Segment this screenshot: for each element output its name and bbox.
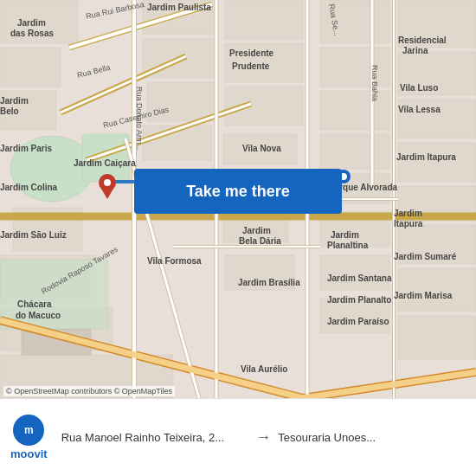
footer-to-value[interactable]: Tesouraria Unoes... bbox=[278, 431, 466, 444]
svg-text:Jardim São Luiz: Jardim São Luiz bbox=[0, 230, 67, 240]
svg-text:Jardim: Jardim bbox=[242, 226, 271, 235]
svg-text:Residencial: Residencial bbox=[398, 35, 447, 45]
svg-rect-37 bbox=[398, 316, 476, 359]
footer-to: Tesouraria Unoes... bbox=[278, 431, 466, 444]
footer: m moovit Rua Manoel Rainho Teixeira, 2..… bbox=[0, 398, 476, 476]
moovit-logo-icon: m bbox=[13, 415, 44, 446]
svg-text:Vila Formosa: Vila Formosa bbox=[147, 256, 202, 266]
footer-from-value[interactable]: Rua Manoel Rainho Teixeira, 2... bbox=[61, 431, 249, 444]
svg-rect-15 bbox=[225, 0, 303, 39]
svg-point-110 bbox=[104, 179, 111, 186]
svg-text:Jarina: Jarina bbox=[402, 46, 428, 55]
map: Rua Rui Barbosa Rua Bella Rua Casemiro D… bbox=[0, 0, 476, 398]
map-attribution: © OpenStreetMap contributors © OpenMapTi… bbox=[3, 386, 175, 396]
svg-text:das Rosas: das Rosas bbox=[10, 29, 54, 38]
take-me-there-button[interactable]: Take me there bbox=[134, 169, 342, 214]
svg-text:Jardim Caiçara: Jardim Caiçara bbox=[74, 158, 136, 168]
svg-text:Jardim: Jardim bbox=[0, 96, 29, 106]
svg-text:Jardim Brasília: Jardim Brasília bbox=[238, 278, 300, 287]
footer-arrow: → bbox=[255, 428, 271, 447]
svg-text:Jardim: Jardim bbox=[394, 209, 422, 218]
moovit-logo: m moovit bbox=[10, 415, 48, 460]
svg-text:Jardim Sumaré: Jardim Sumaré bbox=[394, 252, 457, 261]
svg-text:Chácara: Chácara bbox=[17, 299, 52, 309]
svg-text:Belo: Belo bbox=[0, 106, 19, 116]
svg-text:Rua Bahia: Rua Bahia bbox=[370, 65, 379, 101]
footer-from: Rua Manoel Rainho Teixeira, 2... bbox=[61, 431, 249, 444]
svg-text:Itapura: Itapura bbox=[394, 219, 423, 228]
svg-text:Jardim Marisa: Jardim Marisa bbox=[394, 291, 453, 300]
svg-rect-25 bbox=[320, 134, 389, 169]
svg-rect-33 bbox=[398, 143, 476, 182]
svg-text:Jardim Paris: Jardim Paris bbox=[0, 144, 52, 153]
svg-text:Prudente: Prudente bbox=[232, 61, 270, 71]
svg-text:Vila Nova: Vila Nova bbox=[242, 144, 281, 153]
svg-text:Vila Luso: Vila Luso bbox=[400, 83, 438, 93]
origin-pin bbox=[98, 173, 117, 203]
svg-rect-4 bbox=[0, 48, 61, 87]
svg-rect-28 bbox=[320, 255, 389, 290]
svg-rect-36 bbox=[398, 268, 476, 312]
svg-text:Bela Dária: Bela Dária bbox=[239, 236, 281, 246]
svg-text:Rua Donato Arm...: Rua Donato Arm... bbox=[135, 87, 144, 151]
svg-text:Presidente: Presidente bbox=[229, 48, 274, 58]
svg-text:Jardim Paraíso: Jardim Paraíso bbox=[327, 317, 389, 326]
svg-marker-109 bbox=[101, 189, 113, 199]
svg-text:Jardim Paulista: Jardim Paulista bbox=[147, 3, 211, 12]
svg-text:Jardim Colina: Jardim Colina bbox=[0, 183, 58, 192]
svg-text:Jardim: Jardim bbox=[17, 18, 46, 28]
svg-text:Vila Lessa: Vila Lessa bbox=[398, 105, 441, 114]
svg-text:Jardim Itapura: Jardim Itapura bbox=[396, 152, 456, 162]
svg-text:Jardim Planalto: Jardim Planalto bbox=[327, 295, 391, 305]
svg-text:Planaltina: Planaltina bbox=[327, 241, 369, 250]
svg-text:Vila Aurélio: Vila Aurélio bbox=[241, 364, 287, 374]
svg-text:do Macuco: do Macuco bbox=[16, 311, 61, 320]
footer-content: Rua Manoel Rainho Teixeira, 2... → Tesou… bbox=[61, 428, 466, 447]
moovit-logo-text: moovit bbox=[10, 447, 48, 460]
svg-text:Jardim: Jardim bbox=[331, 230, 359, 240]
svg-text:Jardim Santana: Jardim Santana bbox=[327, 273, 392, 283]
